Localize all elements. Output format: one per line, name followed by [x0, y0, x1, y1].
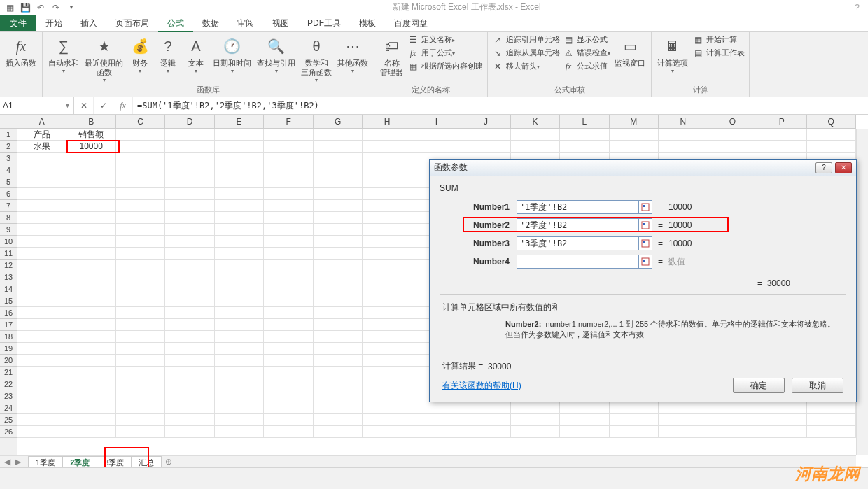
define-name-button[interactable]: ☰定义名称 ▸ [406, 34, 484, 46]
row-header[interactable]: 21 [0, 367, 17, 378]
cell[interactable] [659, 129, 708, 141]
cell[interactable] [18, 188, 66, 200]
cell[interactable] [314, 307, 363, 319]
cell[interactable] [66, 283, 115, 295]
row-header[interactable]: 12 [0, 260, 17, 271]
cell[interactable] [314, 378, 363, 390]
tab-layout[interactable]: 页面布局 [106, 15, 158, 31]
cell[interactable] [363, 390, 412, 402]
cell[interactable] [165, 414, 214, 426]
tab-home[interactable]: 开始 [36, 15, 71, 31]
cell[interactable] [165, 378, 214, 390]
cell[interactable] [314, 188, 363, 200]
cell[interactable] [18, 343, 66, 355]
dialog-titlebar[interactable]: 函数参数 ? ✕ [430, 160, 856, 176]
cell[interactable] [66, 307, 115, 319]
cell[interactable] [560, 402, 609, 414]
cell[interactable] [314, 176, 363, 188]
cell[interactable] [363, 295, 412, 307]
cell[interactable] [708, 426, 757, 438]
cell[interactable] [264, 331, 313, 343]
cell[interactable] [363, 426, 412, 438]
cell[interactable] [18, 307, 66, 319]
col-header[interactable]: N [659, 115, 708, 128]
cell[interactable] [264, 402, 313, 414]
cell[interactable] [66, 390, 115, 402]
row-header[interactable]: 5 [0, 176, 17, 188]
cell[interactable] [264, 129, 313, 141]
cell[interactable] [560, 141, 609, 153]
row-header[interactable]: 2 [0, 141, 17, 153]
col-header[interactable]: F [264, 115, 313, 128]
sheet-tab-summary[interactable]: 汇总 [131, 456, 162, 468]
cell[interactable] [314, 224, 363, 236]
cell[interactable] [66, 271, 115, 283]
cell[interactable] [215, 378, 264, 390]
cell[interactable] [116, 248, 165, 260]
cell[interactable] [215, 295, 264, 307]
cell[interactable] [116, 153, 165, 164]
cell[interactable] [807, 129, 856, 141]
cell[interactable] [215, 129, 264, 141]
cell[interactable] [659, 426, 708, 438]
cell[interactable] [215, 236, 264, 248]
cell[interactable] [363, 319, 412, 331]
cell[interactable] [215, 355, 264, 367]
cell[interactable] [215, 141, 264, 153]
cell[interactable] [165, 390, 214, 402]
cell[interactable] [215, 224, 264, 236]
col-header[interactable]: A [18, 115, 66, 128]
cell[interactable] [314, 164, 363, 176]
cell[interactable] [18, 331, 66, 343]
cell[interactable] [116, 212, 165, 224]
cell[interactable]: 水果 [18, 141, 66, 153]
row-header[interactable]: 24 [0, 402, 17, 414]
cell[interactable] [215, 367, 264, 378]
cell[interactable] [264, 248, 313, 260]
cell[interactable] [511, 141, 560, 153]
math-button[interactable]: θ数学和 三角函数▾ [298, 34, 335, 85]
row-header[interactable]: 8 [0, 212, 17, 224]
tab-data[interactable]: 数据 [193, 15, 228, 31]
insert-function-icon[interactable]: fx [113, 97, 133, 114]
cell[interactable] [18, 248, 66, 260]
tab-view[interactable]: 视图 [263, 15, 298, 31]
cell[interactable] [66, 224, 115, 236]
cell[interactable] [363, 236, 412, 248]
cell[interactable] [363, 248, 412, 260]
cell[interactable] [116, 283, 165, 295]
cell[interactable] [165, 200, 214, 212]
cell[interactable] [264, 188, 313, 200]
cell[interactable] [116, 426, 165, 438]
cell[interactable] [66, 212, 115, 224]
more-functions-button[interactable]: ⋯其他函数▾ [335, 34, 371, 76]
cell[interactable] [18, 260, 66, 271]
cell[interactable] [165, 248, 214, 260]
cell[interactable] [757, 426, 806, 438]
cell[interactable] [461, 402, 510, 414]
cell[interactable] [165, 319, 214, 331]
cell[interactable] [165, 307, 214, 319]
show-formulas-button[interactable]: ▤显示公式 [561, 34, 612, 46]
param-input-1[interactable]: '1季度'!B2 [517, 200, 639, 214]
cell[interactable] [363, 378, 412, 390]
autosum-button[interactable]: ∑自动求和▾ [46, 34, 82, 76]
dialog-help-button[interactable]: ? [816, 162, 832, 173]
cell[interactable] [314, 355, 363, 367]
cell[interactable] [165, 153, 214, 164]
cell[interactable] [757, 141, 806, 153]
cell[interactable] [363, 402, 412, 414]
tab-formulas[interactable]: 公式 [158, 15, 193, 32]
sheet-nav[interactable]: ◀▶ [0, 457, 25, 467]
cell[interactable] [610, 129, 659, 141]
cell[interactable] [264, 367, 313, 378]
cell[interactable] [116, 129, 165, 141]
cell[interactable] [363, 283, 412, 295]
row-header[interactable]: 14 [0, 283, 17, 295]
cell[interactable] [314, 331, 363, 343]
cell[interactable] [165, 295, 214, 307]
row-header[interactable]: 19 [0, 343, 17, 355]
cell[interactable] [18, 224, 66, 236]
redo-icon[interactable]: ↷ [49, 1, 63, 14]
cell[interactable] [215, 188, 264, 200]
